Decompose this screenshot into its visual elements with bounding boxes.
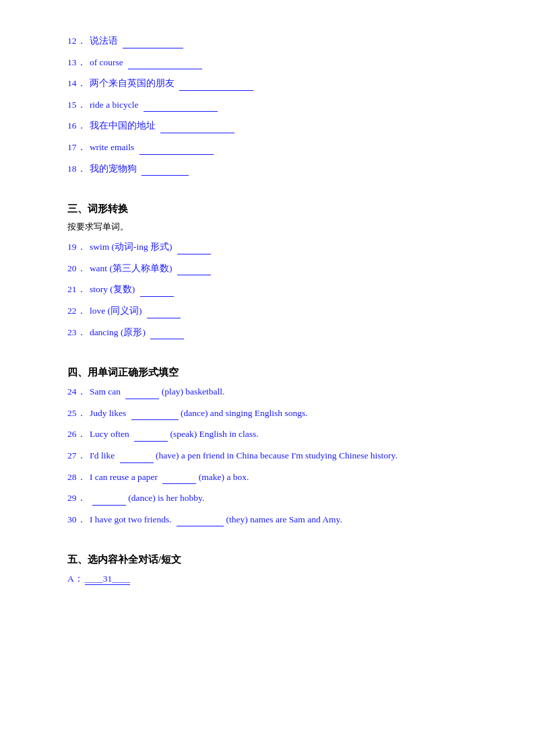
item-12: 12． 说法语	[67, 34, 468, 48]
item-27: 27． I'd like (have) a pen friend in Chin…	[67, 448, 468, 463]
blank-22[interactable]	[147, 318, 181, 318]
blank-21[interactable]	[140, 296, 174, 297]
item-23: 23． dancing (原形)	[67, 325, 468, 340]
blank-17[interactable]	[139, 154, 214, 155]
item-13: 13． of course	[67, 55, 468, 70]
item-14: 14． 两个来自英国的朋友	[67, 76, 468, 91]
blank-15[interactable]	[144, 111, 218, 112]
section5-answer-line: A：____31____	[67, 573, 468, 585]
section5-title: 五、选内容补全对话/短文	[67, 553, 468, 566]
answer-31[interactable]: ____31____	[85, 574, 131, 585]
part2-items: 12． 说法语 13． of course 14． 两个来自英国的朋友 15． …	[67, 34, 468, 176]
blank-24[interactable]	[125, 399, 159, 399]
section5: 五、选内容补全对话/短文 A：____31____	[67, 553, 468, 585]
blank-18[interactable]	[141, 175, 189, 176]
blank-19[interactable]	[177, 254, 211, 254]
item-26: 26． Lucy often (speak) English in class.	[67, 427, 468, 442]
item-24: 24． Sam can (play) basketball.	[67, 384, 468, 399]
section4-title: 四、用单词正确形式填空	[67, 366, 468, 379]
blank-28[interactable]	[162, 483, 196, 484]
blank-16[interactable]	[160, 133, 234, 133]
item-25: 25． Judy likes (dance) and singing Engli…	[67, 406, 468, 421]
item-16: 16． 我在中国的地址	[67, 118, 468, 133]
blank-12[interactable]	[123, 48, 183, 48]
item-20: 20． want (第三人称单数)	[67, 261, 468, 276]
blank-14[interactable]	[179, 90, 253, 91]
item-17: 17． write emails	[67, 140, 468, 155]
blank-29[interactable]	[92, 505, 126, 506]
blank-23[interactable]	[150, 339, 184, 339]
item-18: 18． 我的宠物狗	[67, 162, 468, 176]
section3-title: 三、词形转换	[67, 203, 468, 215]
blank-13[interactable]	[128, 69, 202, 69]
item-30: 30． I have got two friends. (they) names…	[67, 512, 468, 527]
blank-27[interactable]	[120, 462, 154, 463]
item-21: 21． story (复数)	[67, 282, 468, 297]
item-19: 19． swim (动词-ing 形式)	[67, 240, 468, 254]
item-28: 28． I can reuse a paper (make) a box.	[67, 470, 468, 485]
item-22: 22． love (同义词)	[67, 304, 468, 318]
section3-desc: 按要求写单词。	[67, 221, 468, 233]
item-15: 15． ride a bicycle	[67, 98, 468, 112]
blank-26[interactable]	[134, 441, 168, 442]
section4: 四、用单词正确形式填空 24． Sam can (play) basketbal…	[67, 366, 468, 526]
item-29: 29． (dance) is her hobby.	[67, 491, 468, 506]
section3: 三、词形转换 按要求写单词。 19． swim (动词-ing 形式) 20． …	[67, 203, 468, 339]
blank-30[interactable]	[177, 526, 224, 526]
blank-25[interactable]	[131, 419, 179, 420]
blank-20[interactable]	[177, 275, 211, 275]
